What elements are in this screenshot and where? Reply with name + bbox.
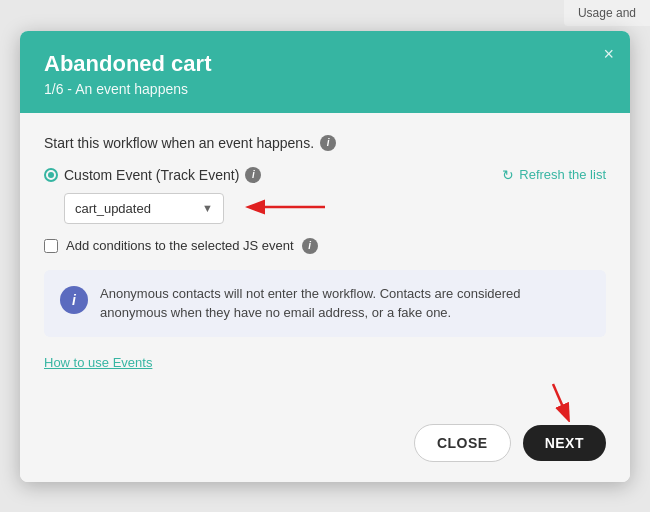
modal-body: Start this workflow when an event happen…: [20, 113, 630, 410]
refresh-label: Refresh the list: [519, 167, 606, 182]
modal-title: Abandoned cart: [44, 51, 606, 77]
red-arrow-dropdown-indicator: [240, 193, 330, 223]
option-row: Custom Event (Track Event) i ↻ Refresh t…: [44, 167, 606, 183]
how-to-link[interactable]: How to use Events: [44, 355, 152, 370]
info-box: i Anonymous contacts will not enter the …: [44, 270, 606, 337]
close-button[interactable]: CLOSE: [414, 424, 511, 462]
close-button-x[interactable]: ×: [603, 45, 614, 63]
conditions-checkbox[interactable]: [44, 239, 58, 253]
info-box-icon: i: [60, 286, 88, 314]
event-dropdown[interactable]: cart_updated ▼: [64, 193, 224, 224]
description-info-icon[interactable]: i: [320, 135, 336, 151]
refresh-link[interactable]: ↻ Refresh the list: [502, 167, 606, 183]
dropdown-value: cart_updated: [75, 201, 151, 216]
next-button[interactable]: NEXT: [523, 425, 606, 461]
description-row: Start this workflow when an event happen…: [44, 135, 606, 151]
modal-subtitle: 1/6 - An event happens: [44, 81, 606, 97]
dropdown-wrapper: cart_updated ▼: [64, 193, 606, 224]
dropdown-arrow-icon: ▼: [202, 202, 213, 214]
checkbox-row: Add conditions to the selected JS event …: [44, 238, 606, 254]
modal: Abandoned cart 1/6 - An event happens × …: [20, 31, 630, 482]
description-text: Start this workflow when an event happen…: [44, 135, 314, 151]
red-arrow-next-indicator: [528, 382, 578, 422]
option-left: Custom Event (Track Event) i: [44, 167, 261, 183]
info-box-text: Anonymous contacts will not enter the wo…: [100, 284, 590, 323]
radio-button[interactable]: [44, 168, 58, 182]
modal-header: Abandoned cart 1/6 - An event happens ×: [20, 31, 630, 113]
option-info-icon[interactable]: i: [245, 167, 261, 183]
svg-line-3: [553, 384, 566, 414]
refresh-icon: ↻: [502, 167, 514, 183]
checkbox-info-icon[interactable]: i: [302, 238, 318, 254]
top-bar: Usage and: [564, 0, 650, 26]
modal-footer: CLOSE NEXT: [20, 410, 630, 482]
top-bar-label: Usage and: [578, 6, 636, 20]
option-label: Custom Event (Track Event): [64, 167, 239, 183]
checkbox-label: Add conditions to the selected JS event: [66, 238, 294, 253]
